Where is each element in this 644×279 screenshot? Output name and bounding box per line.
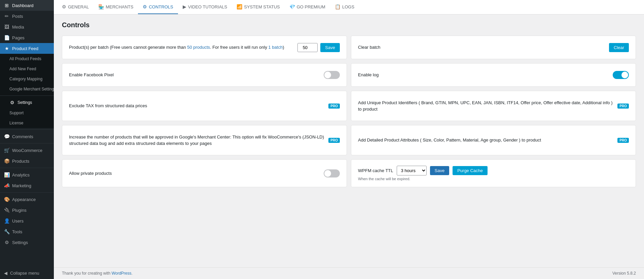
sidebar-item-add-feed[interactable]: Add New Feed [0, 64, 54, 74]
sidebar-item-category-mapping[interactable]: Category Mapping [0, 74, 54, 84]
sidebar-item-media[interactable]: 🖼 Media [0, 22, 54, 32]
tab-navigation: ⚙ GENERAL 🏪 MERCHANTS ⚙ CONTROLS ▶ VIDEO… [54, 0, 644, 14]
facebook-pixel-card: Enable Facebook Pixel [62, 63, 347, 87]
sidebar-item-marketing[interactable]: 📣 Marketing [0, 180, 54, 191]
detailed-attributes-actions: PRO [617, 138, 629, 143]
sidebar-item-woocommerce[interactable]: 🛒 WooCommerce [0, 145, 54, 156]
private-products-card: Allow private products [62, 159, 347, 187]
footer-thanks: Thank you for creating with WordPress. [62, 271, 133, 276]
product-feed-icon: ★ [4, 46, 9, 51]
version-label: Version 5.8.2 [612, 271, 636, 276]
posts-icon: ✏ [4, 13, 9, 19]
general-tab-icon: ⚙ [62, 4, 66, 9]
system-tab-icon: 📶 [237, 4, 242, 9]
sidebar-item-all-feeds[interactable]: All Product Feeds [0, 54, 54, 64]
woocommerce-icon: 🛒 [4, 148, 9, 153]
tab-general[interactable]: ⚙ GENERAL [57, 0, 94, 14]
page-title: Controls [62, 21, 636, 29]
collapse-menu[interactable]: ◀ Collapse menu [0, 267, 54, 279]
facebook-pixel-slider [324, 71, 340, 79]
facebook-pixel-toggle[interactable] [324, 71, 340, 79]
sidebar-item-analytics[interactable]: 📊 Analytics [0, 169, 54, 180]
footer: Thank you for creating with WordPress. V… [54, 267, 644, 279]
sidebar-item-license[interactable]: License [0, 118, 54, 128]
tab-merchants[interactable]: 🏪 MERCHANTS [94, 0, 138, 14]
clear-batch-card: Clear batch Clear [351, 36, 636, 59]
sidebar-item-appearance[interactable]: 🎨 Appearance [0, 194, 54, 205]
unique-identifiers-label: Add Unique Product Identifiers ( Brand, … [358, 99, 613, 113]
sidebar-item-pages[interactable]: 📄 Pages [0, 32, 54, 43]
batch-card: Product(s) per batch (Free users cannot … [62, 36, 347, 59]
pages-icon: 📄 [4, 35, 9, 40]
cache-top-row: WPFM cache TTL 1 hour 2 hours 3 hours 6 … [358, 166, 629, 175]
products-icon: 📦 [4, 158, 9, 164]
controls-tab-icon: ⚙ [143, 4, 147, 9]
facebook-pixel-label: Enable Facebook Pixel [69, 72, 320, 78]
main-content: ⚙ GENERAL 🏪 MERCHANTS ⚙ CONTROLS ▶ VIDEO… [54, 0, 644, 279]
sidebar-item-settings[interactable]: ⚙ Settings [0, 97, 54, 108]
sidebar-item-settings2[interactable]: ⚙ Settings [0, 237, 54, 248]
plugins-icon: 🔌 [4, 207, 9, 213]
settings-icon: ⚙ [9, 100, 15, 105]
private-products-label: Allow private products [69, 170, 320, 177]
tab-go-premium[interactable]: 💎 GO PREMIUM [285, 0, 330, 14]
cache-save-button[interactable]: Save [430, 166, 450, 175]
private-products-actions [324, 169, 340, 177]
sidebar-item-dashboard[interactable]: ⊞ Dashboard [0, 0, 54, 11]
cache-hint: When the cache will be expired. [358, 177, 629, 181]
detailed-attributes-label: Add Detailed Product Attributes ( Size, … [358, 137, 613, 144]
enable-log-card: Enable log [351, 63, 636, 87]
analytics-icon: 📊 [4, 172, 9, 177]
enable-log-toggle[interactable] [613, 71, 629, 79]
clear-batch-actions: Clear [609, 43, 629, 52]
batch-input[interactable] [297, 43, 318, 52]
tools-icon: 🔧 [4, 229, 9, 234]
sidebar-item-google-merchant[interactable]: Google Merchant Settings [0, 84, 54, 94]
wordpress-link[interactable]: WordPress [111, 271, 131, 276]
batch-save-button[interactable]: Save [320, 43, 340, 52]
comments-icon: 💬 [4, 134, 9, 139]
sidebar-item-product-feed[interactable]: ★ Product Feed [0, 43, 54, 54]
exclude-tax-card: Exclude TAX from structured data prices … [62, 91, 347, 121]
batch-label: Product(s) per batch (Free users cannot … [69, 44, 293, 51]
sidebar-item-plugins[interactable]: 🔌 Plugins [0, 205, 54, 215]
clear-button[interactable]: Clear [609, 43, 629, 52]
media-icon: 🖼 [4, 24, 9, 30]
cache-ttl-label: WPFM cache TTL [358, 167, 393, 174]
page-content: Controls Product(s) per batch (Free user… [54, 14, 644, 267]
private-products-slider [324, 169, 340, 177]
tab-logs[interactable]: 📋 LOGS [330, 0, 359, 14]
tab-system-status[interactable]: 📶 SYSTEM STATUS [232, 0, 284, 14]
sidebar: ⊞ Dashboard ✏ Posts 🖼 Media 📄 Pages ★ Pr… [0, 0, 54, 279]
cache-ttl-card: WPFM cache TTL 1 hour 2 hours 3 hours 6 … [351, 159, 636, 187]
cache-ttl-select[interactable]: 1 hour 2 hours 3 hours 6 hours 12 hours … [397, 166, 427, 175]
tab-controls[interactable]: ⚙ CONTROLS [138, 0, 178, 14]
appearance-icon: 🎨 [4, 197, 9, 202]
unique-identifiers-card: Add Unique Product Identifiers ( Brand, … [351, 91, 636, 121]
settings2-icon: ⚙ [4, 240, 9, 245]
unique-identifiers-actions: PRO [617, 104, 629, 109]
exclude-tax-label: Exclude TAX from structured data prices [69, 103, 324, 109]
increase-products-actions: PRO [328, 138, 340, 143]
exclude-tax-pro-badge: PRO [328, 104, 340, 109]
enable-log-actions [613, 71, 629, 79]
enable-log-label: Enable log [358, 72, 609, 78]
sidebar-item-users[interactable]: 👤 Users [0, 215, 54, 226]
sidebar-item-posts[interactable]: ✏ Posts [0, 11, 54, 22]
dashboard-icon: ⊞ [4, 3, 9, 8]
sidebar-item-support[interactable]: Support [0, 108, 54, 118]
purge-cache-button[interactable]: Purge Cache [453, 166, 488, 175]
private-products-toggle[interactable] [324, 169, 340, 177]
premium-tab-icon: 💎 [289, 4, 295, 9]
tab-video-tutorials[interactable]: ▶ VIDEO TUTORIALS [178, 0, 232, 14]
merchants-tab-icon: 🏪 [98, 4, 104, 9]
sidebar-item-products[interactable]: 📦 Products [0, 156, 54, 166]
users-icon: 👤 [4, 218, 9, 224]
cache-ttl-area: WPFM cache TTL 1 hour 2 hours 3 hours 6 … [358, 166, 629, 181]
sidebar-item-tools[interactable]: 🔧 Tools [0, 226, 54, 237]
unique-identifiers-pro-badge: PRO [617, 104, 629, 109]
clear-batch-label: Clear batch [358, 44, 605, 51]
marketing-icon: 📣 [4, 183, 9, 188]
collapse-icon: ◀ [4, 271, 7, 276]
sidebar-item-comments[interactable]: 💬 Comments [0, 131, 54, 142]
